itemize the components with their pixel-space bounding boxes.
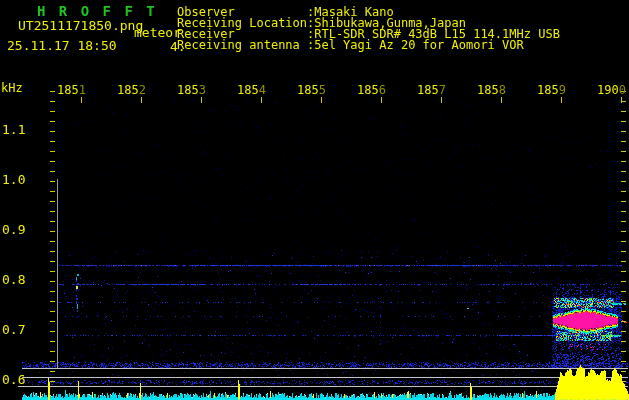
y-tick-label: 0.6 <box>2 373 25 386</box>
x-tick-label: 1853 <box>177 84 206 96</box>
app-title: H R O F F T <box>37 4 157 18</box>
mode-label: meteor <box>134 26 181 39</box>
y-tick-label: 0.8 <box>2 273 25 286</box>
x-tick-label: 1858 <box>477 84 506 96</box>
spectrogram-canvas <box>0 0 629 400</box>
x-tick-label: 1857 <box>417 84 446 96</box>
x-tick-label: 1859 <box>537 84 566 96</box>
x-tick-label: 1855 <box>297 84 326 96</box>
x-tick-label: 1852 <box>117 84 146 96</box>
x-tick-label: 1854 <box>237 84 266 96</box>
datetime-label: 25.11.17 18:50 <box>7 39 117 52</box>
y-axis-unit-label: kHz <box>1 82 23 94</box>
y-tick-label: 0.9 <box>2 223 25 236</box>
y-tick-label: 0.7 <box>2 323 25 336</box>
filename-text: UT2511171850.png <box>18 19 143 32</box>
x-tick-label: 1856 <box>357 84 386 96</box>
receiving-antenna-value: :5el Yagi Az 20 for Aomori VOR <box>307 39 524 51</box>
x-tick-label: 1900 <box>597 84 626 96</box>
y-tick-label: 1.1 <box>2 123 25 136</box>
x-tick-label: 1851 <box>57 84 86 96</box>
receiving-antenna-label: Receiving antenna <box>177 39 300 51</box>
y-tick-label: 1.0 <box>2 173 25 186</box>
hrofft-app-window: H R O F F T UT2511171850.png meteor 25.1… <box>0 0 629 400</box>
